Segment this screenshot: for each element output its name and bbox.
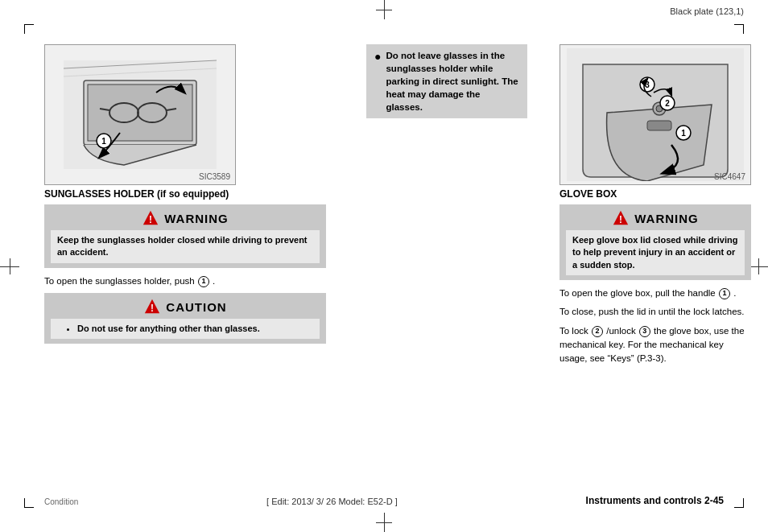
- glovebox-image: 1 2 3: [559, 44, 751, 185]
- corner-br-mark: [734, 498, 744, 508]
- header-text: Black plate (123,1): [670, 6, 744, 16]
- sunglasses-image: 1 SIC3589: [44, 44, 236, 185]
- caution-content: Do not use for anything other than glass…: [51, 319, 320, 339]
- corner-bl-mark: [24, 498, 34, 508]
- footer-edit: [ Edit: 2013/ 3/ 26 Model: E52-D ]: [266, 497, 398, 506]
- glovebox-warning-title: WARNING: [634, 212, 699, 225]
- svg-text:1: 1: [681, 129, 686, 138]
- crosshair-left-icon: [0, 258, 19, 274]
- caution-header: ! CAUTION: [51, 298, 320, 315]
- sunglasses-image-code: SIC3589: [199, 172, 230, 181]
- svg-text:!: !: [151, 303, 154, 314]
- page-container: Black plate (123,1): [0, 0, 768, 532]
- warning-text-box: Keep the sunglasses holder closed while …: [51, 230, 320, 263]
- caution-triangle-icon: !: [143, 298, 161, 315]
- glovebox-warning-box: ! WARNING Keep glove box lid closed whil…: [559, 204, 751, 280]
- sunglasses-section: 1 SIC3589 S: [44, 44, 342, 488]
- footer-page: Instruments and controls 2-45: [586, 495, 724, 506]
- crosshair-right-icon: [749, 258, 768, 274]
- note-box: ● Do not leave glasses in the sunglasses…: [366, 44, 527, 118]
- footer-condition: Condition: [44, 497, 78, 506]
- corner-tl-mark: [24, 24, 34, 34]
- svg-text:2: 2: [665, 99, 670, 108]
- bullet-icon: ●: [374, 50, 381, 63]
- page-footer: Condition [ Edit: 2013/ 3/ 26 Model: E52…: [44, 495, 724, 506]
- sunglasses-title: SUNGLASSES HOLDER (if so equipped): [44, 188, 326, 200]
- crosshair-top-icon: [376, 0, 392, 19]
- warning-title: WARNING: [164, 212, 229, 225]
- warning-triangle-icon: !: [142, 209, 159, 227]
- sunglasses-illustration: 1: [60, 56, 221, 173]
- page-header: Black plate (123,1): [670, 6, 744, 16]
- glovebox-circle-2: 2: [592, 326, 603, 337]
- caution-title: CAUTION: [166, 300, 226, 314]
- glovebox-image-code: SIC4647: [714, 172, 745, 181]
- glovebox-circle-1: 1: [719, 288, 730, 299]
- sunglasses-warning-box: ! WARNING Keep the sunglasses holder clo…: [44, 204, 326, 268]
- svg-rect-19: [647, 121, 671, 130]
- warning-header: ! WARNING: [51, 209, 320, 227]
- glovebox-warning-text-box: Keep glove box lid closed while driving …: [566, 230, 745, 275]
- caution-item: Do not use for anything other than glass…: [77, 323, 313, 335]
- glovebox-warning-header: ! WARNING: [566, 209, 745, 227]
- glovebox-circle-3: 3: [639, 326, 650, 337]
- circle-1: 1: [198, 276, 209, 287]
- note-text: Do not leave glasses in the sunglasses h…: [386, 49, 519, 113]
- middle-section: ● Do not leave glasses in the sunglasses…: [366, 44, 535, 488]
- glovebox-warning-text: Keep glove box lid closed while driving …: [572, 235, 737, 270]
- corner-tr-mark: [734, 24, 744, 34]
- glovebox-warning-icon: !: [612, 209, 630, 227]
- svg-rect-4: [88, 85, 192, 141]
- sunglasses-body-text: To open the sunglasses holder, push 1 .: [44, 274, 326, 288]
- glovebox-body-3: To lock 2 /unlock 3 the glove box, use t…: [559, 324, 751, 366]
- main-content: 1 SIC3589 S: [44, 44, 724, 488]
- glovebox-body-1: To open the glove box, pull the handle 1…: [559, 287, 751, 300]
- caution-box: ! CAUTION Do not use for anything other …: [44, 293, 326, 344]
- svg-text:1: 1: [101, 137, 106, 146]
- glovebox-body-2: To close, push the lid in until the lock…: [559, 305, 751, 319]
- svg-text:!: !: [619, 214, 622, 225]
- glovebox-title: GLOVE BOX: [559, 188, 751, 200]
- crosshair-bottom-icon: [376, 513, 392, 532]
- glovebox-section: 1 2 3: [559, 44, 751, 488]
- warning-text: Keep the sunglasses holder closed while …: [57, 235, 308, 257]
- glovebox-illustration: 1 2 3: [567, 48, 744, 181]
- svg-text:!: !: [149, 214, 152, 225]
